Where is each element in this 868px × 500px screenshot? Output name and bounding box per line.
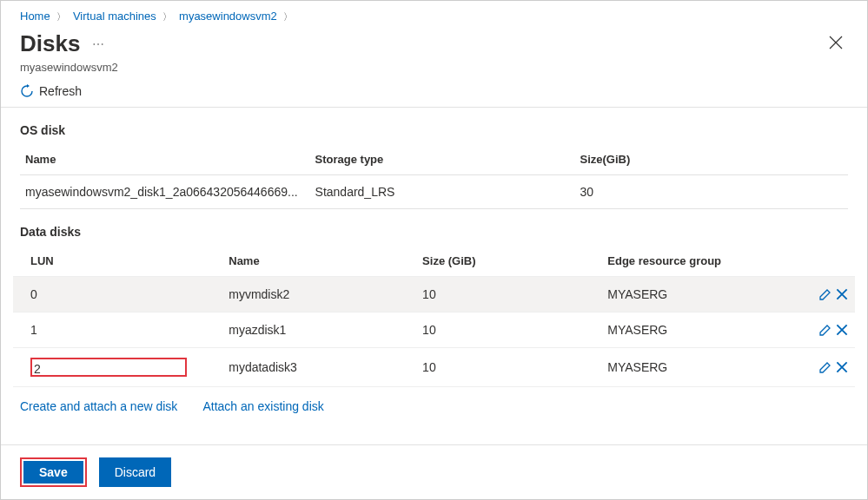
dd-rg: MYASERG bbox=[602, 348, 787, 387]
os-disk-storage: Standard_LRS bbox=[310, 175, 575, 209]
page-title: Disks bbox=[20, 30, 80, 57]
refresh-label: Refresh bbox=[39, 84, 82, 98]
os-col-name: Name bbox=[20, 144, 310, 175]
delete-icon[interactable] bbox=[834, 286, 850, 302]
dd-size: 10 bbox=[417, 312, 602, 348]
os-col-storage: Storage type bbox=[310, 144, 575, 175]
data-disks-table: LUN Name Size (GiB) Edge resource group … bbox=[13, 246, 855, 387]
chevron-right-icon: 〉 bbox=[162, 11, 172, 22]
chevron-right-icon: 〉 bbox=[283, 11, 293, 22]
data-disks-heading: Data disks bbox=[1, 209, 867, 246]
save-highlight: Save bbox=[20, 457, 87, 487]
refresh-button[interactable]: Refresh bbox=[20, 84, 82, 98]
breadcrumb-virtual-machines[interactable]: Virtual machines bbox=[73, 10, 156, 23]
close-button[interactable] bbox=[824, 30, 848, 59]
data-disk-row: 1 myazdisk1 10 MYASERG bbox=[13, 312, 855, 348]
dd-rg: MYASERG bbox=[602, 277, 787, 312]
create-attach-disk-link[interactable]: Create and attach a new disk bbox=[20, 399, 177, 413]
dd-size: 10 bbox=[417, 348, 602, 387]
page-subtitle: myasewindowsvm2 bbox=[1, 61, 867, 79]
save-button[interactable]: Save bbox=[23, 461, 83, 484]
more-icon[interactable]: ⋯ bbox=[92, 37, 104, 51]
os-col-size: Size(GiB) bbox=[575, 144, 849, 175]
dd-rg: MYASERG bbox=[602, 312, 787, 348]
delete-icon[interactable] bbox=[834, 359, 850, 375]
dd-name: mydatadisk3 bbox=[223, 348, 417, 387]
breadcrumb-home[interactable]: Home bbox=[20, 10, 50, 23]
os-disk-heading: OS disk bbox=[1, 108, 867, 144]
dd-col-rg: Edge resource group bbox=[602, 246, 787, 277]
edit-icon[interactable] bbox=[818, 360, 832, 374]
breadcrumb-vm[interactable]: myasewindowsvm2 bbox=[179, 10, 277, 23]
attach-existing-disk-link[interactable]: Attach an existing disk bbox=[202, 399, 323, 413]
os-disk-name: myasewindowsvm2_disk1_2a066432056446669.… bbox=[20, 175, 310, 209]
dd-col-lun: LUN bbox=[13, 246, 223, 277]
discard-button[interactable]: Discard bbox=[99, 457, 171, 487]
edit-icon[interactable] bbox=[818, 323, 832, 337]
dd-lun-highlighted: 2 bbox=[30, 358, 187, 377]
delete-icon[interactable] bbox=[834, 322, 850, 338]
data-disk-row: 0 myvmdisk2 10 MYASERG bbox=[13, 277, 855, 312]
dd-size: 10 bbox=[417, 277, 602, 312]
dd-col-name: Name bbox=[223, 246, 417, 277]
os-disk-row: myasewindowsvm2_disk1_2a066432056446669.… bbox=[20, 175, 848, 209]
dd-lun: 0 bbox=[13, 277, 223, 312]
edit-icon[interactable] bbox=[818, 287, 832, 301]
dd-name: myazdisk1 bbox=[223, 312, 417, 348]
close-icon bbox=[829, 36, 843, 49]
os-disk-table: Name Storage type Size(GiB) myasewindows… bbox=[20, 144, 848, 209]
data-disk-row: 2 mydatadisk3 10 MYASERG bbox=[13, 348, 855, 387]
breadcrumb: Home 〉 Virtual machines 〉 myasewindowsvm… bbox=[1, 1, 867, 27]
os-disk-size: 30 bbox=[575, 175, 849, 209]
dd-lun: 1 bbox=[13, 312, 223, 348]
refresh-icon bbox=[20, 84, 34, 98]
chevron-right-icon: 〉 bbox=[56, 11, 66, 22]
dd-col-size: Size (GiB) bbox=[417, 246, 602, 277]
dd-name: myvmdisk2 bbox=[223, 277, 417, 312]
